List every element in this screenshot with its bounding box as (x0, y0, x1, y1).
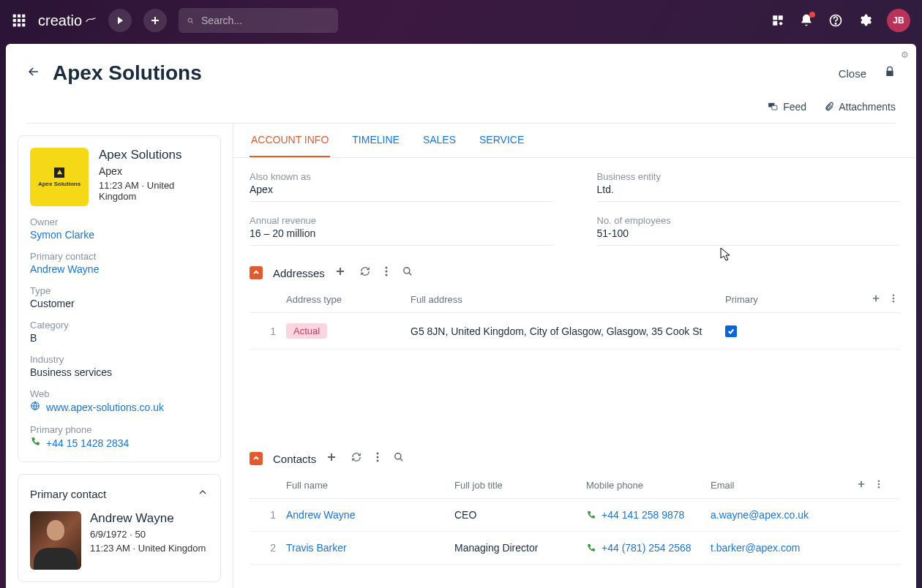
col-job-title[interactable]: Full job title (454, 480, 586, 491)
title-actions: Close (839, 66, 896, 80)
contacts-more-icon[interactable] (376, 452, 379, 465)
addresses-refresh-icon[interactable] (360, 266, 370, 279)
contact-photo[interactable] (30, 511, 81, 570)
brand-logo[interactable]: creatio (38, 12, 97, 29)
entity-label: Business entity (597, 171, 901, 182)
tab-service[interactable]: SERVICE (478, 124, 525, 157)
contacts-add-icon[interactable] (326, 452, 337, 465)
svg-point-23 (893, 294, 895, 296)
col-address-type[interactable]: Address type (286, 294, 411, 305)
col-mobile[interactable]: Mobile phone (586, 480, 711, 491)
svg-rect-17 (772, 105, 777, 110)
field-web[interactable]: Web www.apex-solutions.co.uk (30, 388, 209, 414)
svg-rect-8 (22, 23, 25, 26)
phone-value[interactable]: +44 15 1428 2834 (46, 437, 129, 449)
col-email[interactable]: Email (711, 480, 842, 491)
search-input[interactable] (201, 15, 329, 26)
svg-rect-4 (18, 19, 20, 22)
field-industry[interactable]: Industry Business services (30, 354, 209, 378)
owner-value[interactable]: Symon Clarke (30, 229, 209, 241)
lock-icon[interactable] (884, 66, 896, 80)
addresses-head-more-icon[interactable] (892, 294, 895, 305)
settings-icon[interactable] (858, 13, 872, 28)
svg-point-31 (878, 483, 880, 486)
primary-contact-value[interactable]: Andrew Wayne (30, 263, 209, 275)
primary-check-icon[interactable] (725, 325, 737, 337)
user-avatar[interactable]: JB (887, 9, 910, 32)
table-row[interactable]: 1 Andrew Wayne CEO +44 141 258 9878 a.wa… (250, 499, 900, 532)
add-button[interactable] (143, 9, 167, 32)
topbar-right: JB (771, 9, 910, 32)
account-logo[interactable]: Apex Solutions (30, 148, 89, 206)
chevron-up-icon[interactable] (197, 486, 209, 501)
main: ACCOUNT INFO TIMELINE SALES SERVICE Also… (233, 124, 916, 588)
addresses-search-icon[interactable] (402, 266, 413, 279)
contacts-table: Full name Full job title Mobile phone Em… (250, 472, 900, 565)
apps-grid-icon[interactable] (12, 13, 26, 28)
attachments-button[interactable]: Attachments (824, 101, 896, 113)
back-arrow-icon[interactable] (26, 64, 41, 82)
tabs: ACCOUNT INFO TIMELINE SALES SERVICE (233, 124, 916, 158)
contact-email[interactable]: t.barker@apex.com (711, 542, 842, 554)
field-aka[interactable]: Also known as Apex (250, 171, 553, 202)
notifications-icon[interactable] (799, 13, 814, 28)
contact-name-link[interactable]: Travis Barker (286, 542, 454, 554)
addresses-head-add-icon[interactable] (872, 294, 880, 305)
addresses-table-head: Address type Full address Primary (250, 287, 900, 313)
tab-sales[interactable]: SALES (421, 124, 457, 157)
addresses-section: Addresses Address type Full address (250, 266, 900, 350)
col-primary[interactable]: Primary (725, 294, 842, 305)
aka-value: Apex (250, 184, 553, 195)
category-label: Category (30, 320, 209, 331)
svg-rect-2 (22, 15, 25, 18)
field-entity[interactable]: Business entity Ltd. (597, 171, 901, 202)
svg-point-30 (878, 480, 880, 482)
marketplace-icon[interactable] (771, 14, 784, 27)
field-category[interactable]: Category B (30, 320, 209, 344)
tab-account-info[interactable]: ACCOUNT INFO (250, 124, 330, 157)
feed-button[interactable]: Feed (767, 101, 806, 113)
contact-name-link[interactable]: Andrew Wayne (286, 509, 454, 521)
account-logo-icon (54, 167, 64, 178)
contact-name: Andrew Wayne (90, 511, 206, 526)
mobile-value[interactable]: +44 (781) 254 2568 (601, 542, 692, 554)
config-gear-icon[interactable]: ⚙ (901, 50, 909, 60)
addresses-more-icon[interactable] (385, 266, 388, 279)
contact-mobile[interactable]: +44 141 258 9878 (586, 509, 711, 521)
addresses-collapse-icon[interactable] (250, 266, 263, 279)
field-phone[interactable]: Primary phone +44 15 1428 2834 (30, 424, 209, 450)
feed-label: Feed (783, 101, 806, 113)
tab-timeline[interactable]: TIMELINE (351, 124, 401, 157)
contacts-head-add-icon[interactable] (857, 480, 866, 491)
global-search[interactable] (179, 8, 338, 33)
brand-text: creatio (38, 12, 82, 29)
addresses-add-icon[interactable] (335, 266, 345, 279)
type-label: Type (30, 285, 209, 296)
phone-label: Primary phone (30, 424, 209, 435)
contacts-search-icon[interactable] (394, 452, 404, 465)
contacts-collapse-icon[interactable] (250, 452, 263, 465)
account-name: Apex Solutions (99, 148, 209, 162)
field-owner[interactable]: Owner Symon Clarke (30, 216, 209, 241)
contact-mobile[interactable]: +44 (781) 254 2568 (586, 542, 711, 554)
web-value[interactable]: www.apex-solutions.co.uk (46, 402, 164, 413)
table-row[interactable]: 2 Travis Barker Managing Director +44 (7… (250, 532, 900, 565)
field-primary-contact[interactable]: Primary contact Andrew Wayne (30, 251, 209, 275)
col-full-name[interactable]: Full name (286, 480, 454, 491)
field-type[interactable]: Type Customer (30, 285, 209, 309)
search-icon (187, 15, 194, 26)
contacts-head-more-icon[interactable] (877, 480, 880, 491)
close-button[interactable]: Close (839, 67, 866, 80)
contacts-refresh-icon[interactable] (351, 452, 361, 465)
col-full-address[interactable]: Full address (411, 294, 725, 305)
field-employees[interactable]: No. of employees 51-100 (597, 215, 901, 246)
mobile-value[interactable]: +44 141 258 9878 (601, 509, 684, 521)
help-icon[interactable] (828, 13, 843, 28)
account-short: Apex (99, 165, 209, 177)
table-row[interactable]: 1 Actual G5 8JN, United Kingdom, City of… (250, 313, 900, 350)
title-row: Apex Solutions Close (26, 51, 896, 95)
contact-email[interactable]: a.wayne@apex.co.uk (711, 509, 842, 521)
play-button[interactable] (108, 9, 132, 32)
field-revenue[interactable]: Annual revenue 16 – 20 million (250, 215, 553, 246)
attachments-label: Attachments (839, 101, 896, 113)
